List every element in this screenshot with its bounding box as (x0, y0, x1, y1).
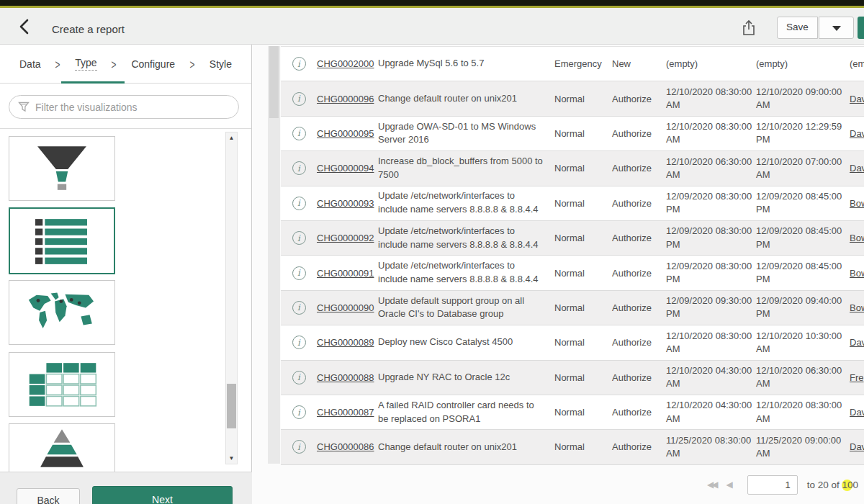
viz-thumbnail-heatmap[interactable] (9, 352, 115, 417)
next-button[interactable]: Next (92, 486, 233, 504)
report-preview: iCHG0002000Upgrade MySql 5.6 to 5.7Emerg… (253, 45, 864, 504)
wizard-footer: Back Next (0, 472, 252, 504)
change-number-link[interactable]: CHG0000092 (317, 233, 374, 243)
info-icon[interactable]: i (292, 127, 306, 140)
assigned-to-link[interactable]: Fre (850, 372, 864, 383)
first-page-icon[interactable]: ◀◀ (707, 480, 716, 490)
viz-thumbnail-funnel[interactable] (9, 136, 115, 201)
change-number-link[interactable]: CHG0000090 (317, 302, 374, 313)
assigned-to-link[interactable]: Bow (850, 302, 864, 313)
assigned-to-link[interactable]: Bow (850, 268, 864, 279)
pyramid-chart-icon (24, 425, 99, 472)
wizard-stepper: Data > Type > Configure > Style (0, 45, 251, 84)
cell-assigned-to: Bow (850, 302, 864, 313)
assigned-to-link[interactable]: Bow (850, 198, 864, 209)
scrollbar-thumb[interactable] (227, 384, 236, 428)
stepper-chevron-icon: > (189, 56, 194, 72)
change-number-link[interactable]: CHG0000091 (317, 268, 374, 279)
info-icon[interactable]: i (292, 161, 306, 175)
cell-assigned-to: Bow (850, 233, 864, 243)
save-button[interactable]: Save (777, 17, 818, 39)
cell-planned-end: 12/10/2020 10:30:00 AM (756, 330, 850, 356)
info-icon[interactable]: i (292, 336, 306, 349)
filter-visualizations-input[interactable] (9, 95, 239, 119)
assigned-to-link[interactable]: Dav (850, 407, 864, 418)
back-icon[interactable] (16, 17, 35, 36)
cell-assigned-to: Dav (850, 407, 864, 418)
info-icon[interactable]: i (292, 405, 306, 419)
save-dropdown-button[interactable] (819, 17, 854, 39)
change-number-link[interactable]: CHG0000088 (317, 372, 374, 383)
preview-scrollbar[interactable] (268, 46, 280, 464)
step-data[interactable]: Data (19, 58, 41, 70)
viz-thumbnail-pyramid[interactable] (9, 423, 115, 472)
change-number-link[interactable]: CHG0000093 (317, 198, 374, 209)
cell-planned-end: 12/10/2020 09:00:00 AM (756, 86, 850, 112)
assigned-to-link[interactable]: Dav (850, 163, 864, 174)
cell-number: CHG0000093 (317, 198, 378, 209)
viz-list-scrollbar[interactable]: ▲ ▼ (225, 132, 238, 464)
cell-planned-start: 12/09/2020 08:30:00 PM (666, 260, 756, 286)
cell-planned-end: 12/09/2020 08:45:00 PM (756, 260, 850, 286)
cell-info: i (281, 440, 317, 454)
cell-state: Authorize (612, 128, 666, 139)
info-icon[interactable]: i (292, 197, 306, 210)
cell-planned-end: 12/10/2020 12:29:59 PM (756, 120, 850, 146)
change-number-link[interactable]: CHG0000095 (317, 128, 374, 139)
cell-priority: Normal (554, 268, 612, 279)
stepper-chevron-icon: > (55, 56, 60, 72)
assigned-to-link[interactable]: Dav (850, 441, 864, 452)
scroll-down-icon[interactable]: ▼ (226, 455, 237, 462)
cell-short-description: Update /etc/network/interfaces to includ… (378, 189, 554, 217)
info-icon[interactable]: i (292, 371, 306, 384)
previous-page-icon[interactable]: ◀ (726, 480, 732, 490)
table-row: iCHG0002000Upgrade MySql 5.6 to 5.7Emerg… (281, 47, 864, 81)
scrollbar-thumb[interactable] (269, 46, 279, 118)
change-number-link[interactable]: CHG0000087 (317, 407, 374, 418)
step-style[interactable]: Style (210, 58, 232, 70)
viz-thumbnail-world-map[interactable] (9, 280, 115, 345)
change-number-link[interactable]: CHG0000096 (317, 94, 374, 104)
table-row: iCHG0000093Update /etc/network/interface… (281, 186, 864, 221)
assigned-to-link[interactable]: Dav (850, 128, 864, 139)
cell-state: Authorize (612, 441, 666, 452)
info-icon[interactable]: i (292, 231, 306, 245)
cell-number: CHG0000092 (317, 233, 378, 243)
viz-thumbnail-list[interactable] (9, 207, 115, 274)
create-report-screen: Create a report Save Data > Type > Confi… (0, 0, 864, 504)
change-number-link[interactable]: CHG0000086 (317, 441, 374, 452)
info-icon[interactable]: i (292, 57, 306, 71)
cell-state: Authorize (612, 94, 666, 104)
share-export-icon[interactable] (740, 19, 757, 37)
step-type[interactable]: Type (75, 57, 96, 71)
visualization-filter (9, 95, 239, 119)
change-number-link[interactable]: CHG0000089 (317, 337, 374, 348)
change-number-link[interactable]: CHG0000094 (317, 163, 374, 174)
stepper-chevron-icon: > (112, 56, 117, 72)
cell-number: CHG0002000 (317, 58, 378, 69)
assigned-to-link[interactable]: Dav (850, 337, 864, 348)
cell-number: CHG0000095 (317, 128, 378, 139)
change-number-link[interactable]: CHG0002000 (317, 58, 374, 69)
cell-planned-end: 12/10/2020 07:00:00 AM (756, 156, 850, 181)
back-button[interactable]: Back (17, 488, 80, 504)
cell-state: Authorize (612, 268, 666, 279)
info-icon[interactable]: i (292, 266, 306, 280)
step-configure[interactable]: Configure (131, 58, 175, 70)
cell-number: CHG0000089 (317, 337, 378, 348)
info-icon[interactable]: i (292, 440, 306, 454)
scroll-up-icon[interactable]: ▲ (226, 135, 237, 141)
info-icon[interactable]: i (292, 92, 306, 106)
assigned-to-link[interactable]: Dav (850, 94, 864, 104)
assigned-to-link[interactable]: Bow (850, 233, 864, 243)
cell-short-description: Upgrade OWA-SD-01 to MS Windows Server 2… (378, 120, 554, 148)
table-row: iCHG0000095Upgrade OWA-SD-01 to MS Windo… (281, 117, 864, 151)
info-icon[interactable]: i (292, 301, 306, 315)
cell-priority: Normal (554, 302, 612, 313)
page-number-input[interactable] (747, 475, 798, 495)
page-title: Create a report (52, 23, 125, 35)
primary-button-fragment[interactable] (858, 17, 864, 39)
browser-top-strip (0, 0, 864, 6)
report-designer-panel: Data > Type > Configure > Style (0, 45, 252, 472)
cell-info: i (281, 301, 317, 315)
